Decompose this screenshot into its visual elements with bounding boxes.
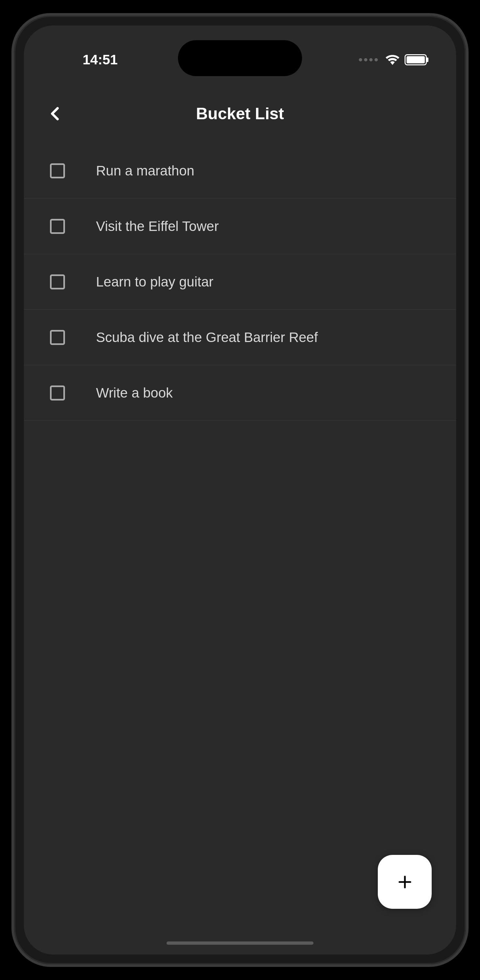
item-label: Run a marathon bbox=[96, 163, 194, 179]
list-item[interactable]: Learn to play guitar bbox=[24, 254, 456, 310]
checkbox[interactable] bbox=[50, 274, 65, 290]
list-item[interactable]: Write a book bbox=[24, 365, 456, 421]
list-item[interactable]: Visit the Eiffel Tower bbox=[24, 199, 456, 254]
chevron-left-icon bbox=[47, 105, 63, 122]
back-button[interactable] bbox=[45, 104, 65, 124]
add-item-button[interactable] bbox=[378, 855, 432, 909]
page-title: Bucket List bbox=[196, 104, 284, 123]
cellular-dots-icon bbox=[359, 58, 378, 61]
wifi-icon bbox=[386, 54, 399, 65]
phone-screen: 14:51 bbox=[24, 25, 456, 955]
header: Bucket List bbox=[24, 84, 456, 143]
item-label: Learn to play guitar bbox=[96, 274, 213, 290]
checkbox[interactable] bbox=[50, 330, 65, 345]
status-time: 14:51 bbox=[83, 52, 118, 68]
phone-body: 14:51 bbox=[11, 13, 469, 967]
app-content: Bucket List Run a marathon Visit the Eif… bbox=[24, 84, 456, 955]
phone-frame: 14:51 bbox=[0, 0, 480, 980]
list-container: Run a marathon Visit the Eiffel Tower Le… bbox=[24, 143, 456, 421]
list-item[interactable]: Run a marathon bbox=[24, 143, 456, 199]
plus-icon bbox=[397, 874, 413, 890]
item-label: Scuba dive at the Great Barrier Reef bbox=[96, 329, 318, 345]
list-item[interactable]: Scuba dive at the Great Barrier Reef bbox=[24, 310, 456, 365]
battery-icon bbox=[405, 54, 427, 65]
checkbox[interactable] bbox=[50, 219, 65, 234]
dynamic-island bbox=[178, 40, 302, 76]
checkbox[interactable] bbox=[50, 163, 65, 178]
home-indicator[interactable] bbox=[167, 942, 313, 945]
item-label: Visit the Eiffel Tower bbox=[96, 218, 219, 234]
item-label: Write a book bbox=[96, 385, 173, 401]
checkbox[interactable] bbox=[50, 385, 65, 401]
status-icons bbox=[359, 54, 427, 65]
